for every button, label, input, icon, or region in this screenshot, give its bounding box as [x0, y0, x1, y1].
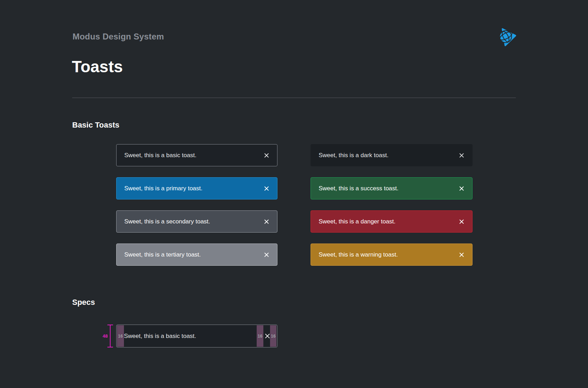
padding-label: 16: [258, 334, 262, 339]
padding-label: 16: [271, 334, 275, 339]
padding-highlight-left: 16: [117, 325, 124, 347]
padding-highlight-close-left: 16: [257, 325, 263, 347]
toast-message: Sweet, this is a basic toast.: [124, 152, 264, 159]
toast-tertiary: Sweet, this is a tertiary toast.: [116, 244, 277, 266]
trimble-logo-icon: [499, 27, 517, 47]
divider: [72, 98, 516, 98]
toast-message: Sweet, this is a secondary toast.: [124, 218, 264, 225]
basic-toasts-heading: Basic Toasts: [72, 121, 119, 130]
toast-message: Sweet, this is a basic toast.: [124, 325, 196, 347]
measure-line: [110, 325, 111, 347]
toast-message: Sweet, this is a success toast.: [319, 185, 459, 192]
close-icon[interactable]: [264, 219, 269, 224]
padding-label: 16: [118, 334, 123, 339]
padding-highlight-right: 16: [270, 325, 276, 347]
page-title: Toasts: [72, 57, 123, 76]
close-icon[interactable]: [459, 153, 464, 158]
close-icon[interactable]: [264, 186, 269, 191]
toast-message: Sweet, this is a primary toast.: [124, 185, 264, 192]
close-icon[interactable]: [459, 186, 464, 191]
close-icon[interactable]: [264, 252, 269, 258]
toast-examples-grid: Sweet, this is a basic toast. Sweet, thi…: [116, 144, 473, 266]
toast-message: Sweet, this is a warning toast.: [319, 251, 459, 258]
measure-cap-bottom: [107, 347, 113, 347]
toast-secondary: Sweet, this is a secondary toast.: [116, 210, 277, 233]
close-icon[interactable]: [459, 252, 464, 258]
close-icon[interactable]: [264, 153, 269, 158]
toast-message: Sweet, this is a dark toast.: [319, 152, 459, 159]
specs-toast: 16 Sweet, this is a basic toast. 16 16: [116, 325, 277, 347]
specs-heading: Specs: [72, 298, 95, 307]
toast-message: Sweet, this is a danger toast.: [319, 218, 459, 225]
brand-title: Modus Design System: [73, 32, 164, 42]
toast-primary: Sweet, this is a primary toast.: [116, 177, 277, 199]
toast-warning: Sweet, this is a warning toast.: [311, 244, 473, 266]
toast-basic: Sweet, this is a basic toast.: [116, 144, 277, 166]
toast-message: Sweet, this is a tertiary toast.: [124, 251, 264, 258]
toast-success: Sweet, this is a success toast.: [311, 177, 473, 199]
toast-danger: Sweet, this is a danger toast.: [311, 210, 473, 233]
toast-dark: Sweet, this is a dark toast.: [311, 144, 473, 166]
height-measure-label: 48: [96, 325, 108, 347]
close-icon[interactable]: [459, 219, 464, 224]
